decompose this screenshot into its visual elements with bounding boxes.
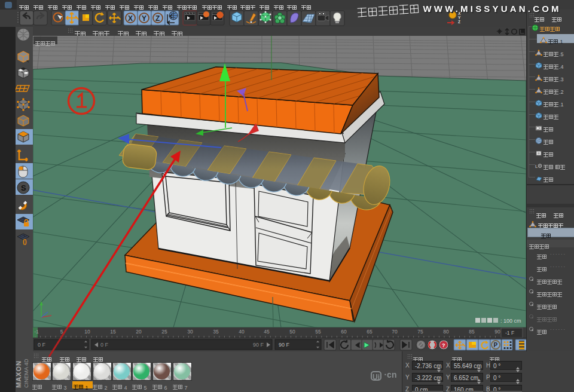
- svg-text:40: 40: [239, 329, 245, 335]
- svg-text:45: 45: [264, 329, 270, 335]
- svg-text:-1 F: -1 F: [505, 330, 514, 336]
- svg-text:CINEMA 4D: CINEMA 4D: [23, 359, 29, 388]
- svg-text:30: 30: [187, 329, 193, 335]
- svg-text:70: 70: [392, 329, 398, 335]
- svg-text:Y: Y: [142, 14, 146, 23]
- svg-text:(): (): [23, 238, 27, 245]
- svg-text:10: 10: [84, 329, 90, 335]
- svg-text:0 F: 0 F: [100, 342, 109, 348]
- svg-text:50: 50: [289, 329, 295, 335]
- svg-text:85: 85: [469, 329, 475, 335]
- svg-text:15: 15: [110, 329, 116, 335]
- svg-text:Y: Y: [458, 16, 461, 20]
- svg-text:90: 90: [494, 329, 500, 335]
- svg-text:S: S: [21, 183, 26, 192]
- svg-text:80: 80: [443, 329, 449, 335]
- svg-text:75: 75: [417, 329, 423, 335]
- svg-text:55: 55: [315, 329, 321, 335]
- svg-text:X: X: [128, 14, 133, 23]
- svg-text:L: L: [535, 164, 538, 169]
- svg-text:60: 60: [341, 329, 347, 335]
- svg-text:35: 35: [213, 329, 219, 335]
- svg-text:Z: Z: [155, 14, 160, 23]
- svg-text:P: P: [494, 342, 498, 348]
- svg-text:65: 65: [367, 329, 373, 335]
- svg-text:90 F: 90 F: [253, 342, 264, 348]
- svg-text:25: 25: [161, 329, 167, 335]
- svg-text:?: ?: [442, 342, 445, 348]
- svg-text:90 F: 90 F: [279, 342, 290, 348]
- svg-text:Z: Z: [458, 20, 460, 24]
- svg-text:MAXON: MAXON: [16, 360, 22, 388]
- svg-text:: 100 cm: : 100 cm: [500, 318, 521, 324]
- svg-text:20: 20: [136, 329, 142, 335]
